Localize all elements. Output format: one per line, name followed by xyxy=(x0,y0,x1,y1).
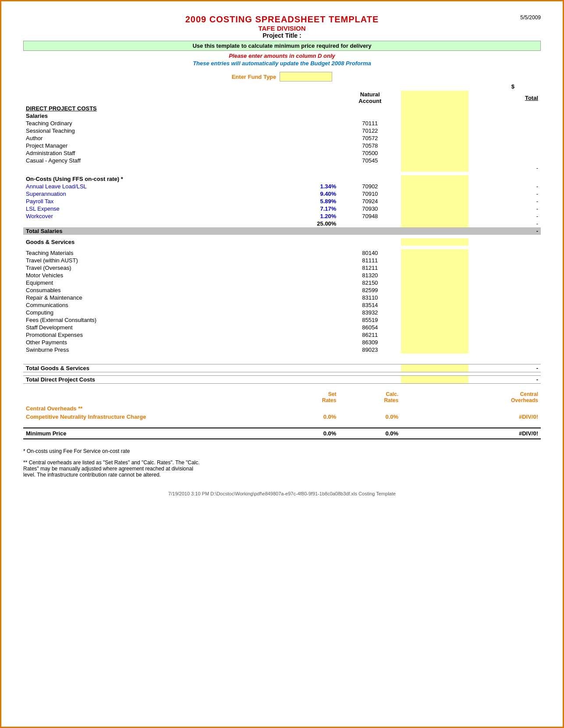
sub-title: TAFE DIVISION xyxy=(23,25,541,32)
list-item: Motor Vehicles 81320 xyxy=(23,272,541,279)
goods-input-13[interactable] xyxy=(404,339,466,346)
goods-input-14[interactable] xyxy=(404,346,466,353)
item-account: 70111 xyxy=(339,120,401,127)
set-rates-col-header: SetRates xyxy=(292,390,339,404)
list-item: Teaching Ordinary 70111 xyxy=(23,120,541,127)
italic-line2: These entries will automatically update … xyxy=(23,60,541,67)
salary-input-2[interactable] xyxy=(404,127,466,134)
dollar-sign: $ xyxy=(511,83,514,90)
minimum-price-set-rate: 0.0% xyxy=(292,428,339,439)
spacer xyxy=(23,421,541,428)
goods-input-10[interactable] xyxy=(404,317,466,323)
total-goods-label: Total Goods & Services xyxy=(23,364,292,372)
goods-input-4[interactable] xyxy=(404,272,466,279)
col-input-header xyxy=(401,91,468,105)
list-item: Promotional Expenses 86211 xyxy=(23,331,541,339)
footer-path: 7/19/2010 3:10 PM D:\Docstoc\Working\pdf… xyxy=(23,491,541,496)
instruction-box: Use this template to calculate minimum p… xyxy=(23,41,541,51)
list-item: Project Manager 70578 xyxy=(23,142,541,149)
col-rate-header xyxy=(292,91,339,105)
minimum-price-calc-rate: 0.0% xyxy=(339,428,401,439)
goods-input-2[interactable] xyxy=(404,257,466,264)
spacer xyxy=(23,383,541,387)
footnote-2: ** Central overheads are listed as "Set … xyxy=(23,459,541,478)
competitive-calc-rate: 0.0% xyxy=(339,413,401,421)
central-overheads-value: #DIV/0! xyxy=(468,413,541,421)
oncosts-title: On-Costs (Using FFS on-cost rate) * xyxy=(23,175,292,183)
goods-input-11[interactable] xyxy=(404,324,466,331)
direct-costs-header: DIRECT PROJECT COSTS xyxy=(23,105,541,112)
central-overheads-col-header: CentralOverheads xyxy=(468,390,541,404)
goods-services-title: Goods & Services xyxy=(23,238,292,246)
spacer xyxy=(23,360,541,364)
list-item: Travel (Overseas) 81211 xyxy=(23,264,541,272)
list-item: Equipment 82150 xyxy=(23,279,541,286)
list-item: Casual - Agency Staff 70545 xyxy=(23,157,541,164)
total-salaries-row: Total Salaries - xyxy=(23,227,541,235)
minimum-price-value: #DIV/0! xyxy=(468,428,541,439)
list-item: Administration Staff 70500 xyxy=(23,149,541,157)
spacer xyxy=(23,246,541,249)
total-direct-row: Total Direct Project Costs - xyxy=(23,375,541,383)
calc-rates-col-header: Calc.Rates xyxy=(339,390,401,404)
list-item: Computing 83932 xyxy=(23,309,541,316)
salary-subtotal-value: - xyxy=(468,164,541,172)
col-label-header xyxy=(23,91,292,105)
total-col-label: Total xyxy=(525,95,538,101)
total-salaries-label: Total Salaries xyxy=(23,227,292,235)
goods-input-9[interactable] xyxy=(404,309,466,316)
salary-input-6[interactable] xyxy=(404,157,466,164)
total-salaries-value: - xyxy=(468,227,541,235)
list-item: Staff Development 86054 xyxy=(23,324,541,331)
competitive-neutrality-row: Competitive Neutrality Infrastructure Ch… xyxy=(23,413,541,421)
list-item: LSL Expense 7.17% 70930 - xyxy=(23,205,541,212)
main-table: NaturalAccount Total DIRECT PROJECT COST… xyxy=(23,91,541,387)
goods-input-6[interactable] xyxy=(404,287,466,293)
list-item: Travel (within AUST) 81111 xyxy=(23,257,541,264)
oncosts-header-row: On-Costs (Using FFS on-cost rate) * xyxy=(23,175,541,183)
fund-type-input[interactable] xyxy=(280,72,332,81)
salary-input-5[interactable] xyxy=(404,150,466,156)
list-item: Teaching Materials 80140 xyxy=(23,249,541,257)
table-header-row: NaturalAccount Total xyxy=(23,91,541,105)
salary-input-3[interactable] xyxy=(404,135,466,141)
goods-input-5[interactable] xyxy=(404,279,466,286)
competitive-label: Competitive Neutrality Infrastructure Ch… xyxy=(23,413,292,421)
list-item: Other Payments 86309 xyxy=(23,339,541,346)
goods-input-8[interactable] xyxy=(404,302,466,308)
salary-input-4[interactable] xyxy=(404,142,466,149)
footnote-1: * On-costs using Fee For Service on-cost… xyxy=(23,448,541,454)
item-total xyxy=(468,120,541,127)
total-goods-services-row: Total Goods & Services - xyxy=(23,364,541,372)
salary-input-1[interactable] xyxy=(404,120,466,127)
list-item: Payroll Tax 5.89% 70924 - xyxy=(23,198,541,205)
direct-costs-title: DIRECT PROJECT COSTS xyxy=(23,105,292,112)
goods-input-1[interactable] xyxy=(404,250,466,256)
footer-notes: * On-costs using Fee For Service on-cost… xyxy=(23,448,541,478)
date-label: 5/5/2009 xyxy=(520,14,541,21)
goods-input-7[interactable] xyxy=(404,294,466,301)
oncost-subtotal-row: 25.00% - xyxy=(23,220,541,227)
salary-subtotal-row: - xyxy=(23,164,541,172)
project-title: Project Title : xyxy=(23,32,541,39)
goods-input-3[interactable] xyxy=(404,265,466,271)
minimum-price-row: Minimum Price 0.0% 0.0% #DIV/0! xyxy=(23,428,541,439)
col-account-header: NaturalAccount xyxy=(339,91,401,105)
header-section: 5/5/2009 2009 COSTING SPREADSHEET TEMPLA… xyxy=(23,14,541,67)
list-item: Sessional Teaching 70122 xyxy=(23,127,541,134)
total-goods-value: - xyxy=(468,364,541,372)
list-item: Communications 83514 xyxy=(23,301,541,309)
italic-line1: Please enter amounts in column D only xyxy=(23,53,541,59)
spacer xyxy=(23,357,541,360)
list-item: Fees (External Consultants) 85519 xyxy=(23,316,541,324)
main-title: 2009 COSTING SPREADSHEET TEMPLATE xyxy=(23,14,541,25)
list-item: Repair & Maintenance 83110 xyxy=(23,294,541,301)
list-item: Superannuation 9.40% 70910 - xyxy=(23,190,541,198)
spacer xyxy=(23,235,541,238)
minimum-price-label: Minimum Price xyxy=(23,428,292,439)
goods-input-12[interactable] xyxy=(404,332,466,338)
overhead-table: SetRates Calc.Rates CentralOverheads Cen… xyxy=(23,390,541,439)
fund-type-row: Enter Fund Type xyxy=(23,72,541,81)
competitive-set-rate: 0.0% xyxy=(292,413,339,421)
list-item: Author 70572 xyxy=(23,134,541,142)
